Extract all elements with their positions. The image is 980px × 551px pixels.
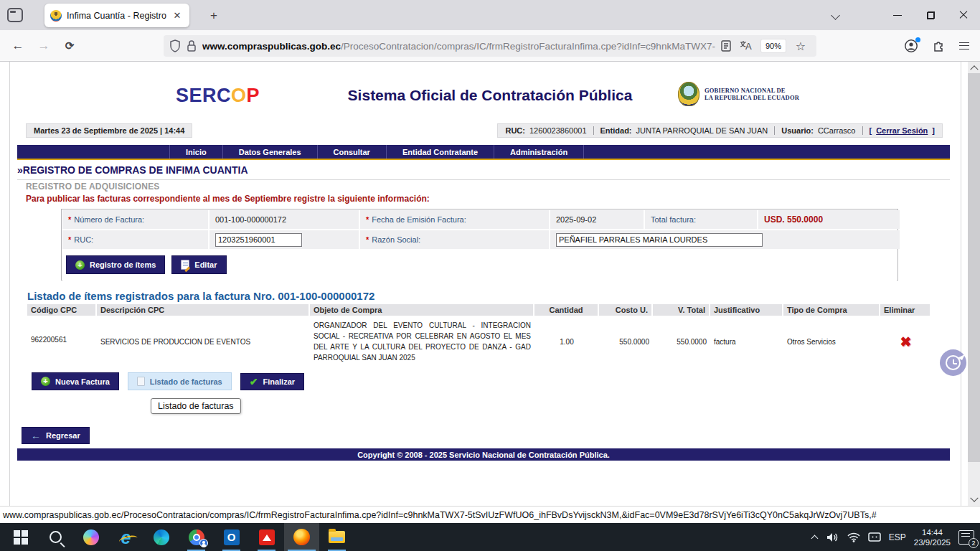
nav-datos-generales[interactable]: Datos Generales (222, 145, 317, 159)
required-marker: * (366, 235, 369, 244)
delete-item-icon[interactable] (900, 334, 912, 350)
account-alert-dot (915, 37, 920, 42)
numero-factura-value-cell: 001-100-000000172 (209, 210, 359, 229)
windows-start-icon (14, 530, 28, 545)
razon-social-input[interactable] (556, 233, 763, 247)
taskbar-copilot-button[interactable] (73, 523, 108, 551)
bookmark-star-icon[interactable] (793, 39, 808, 53)
regresar-label: Regresar (46, 431, 80, 440)
window-restore-button[interactable] (918, 6, 943, 24)
outlook-icon (224, 529, 240, 545)
new-tab-button[interactable] (205, 7, 222, 24)
tab-bar: Infima Cuantía - Registro (0, 0, 980, 30)
extensions-icon[interactable] (928, 37, 948, 55)
listado-facturas-tooltip: Listado de facturas (151, 398, 241, 414)
language-indicator[interactable]: ESP (889, 532, 906, 542)
cell-descripcion: SERVICIOS DE PRODUCCION DE EVENTOS (97, 316, 310, 367)
lock-icon[interactable] (186, 39, 197, 52)
tab-list-chevron-icon[interactable] (832, 12, 840, 20)
razon-label-cell: *Razón Social: (360, 230, 549, 249)
window-minimize-button[interactable] (885, 6, 910, 24)
screen-recorder-overlay-icon[interactable] (940, 349, 966, 376)
registro-items-button[interactable]: Registro de ítems (66, 255, 165, 274)
col-eliminar: Eliminar (880, 304, 931, 316)
nav-administracion[interactable]: Administración (494, 145, 584, 159)
taskbar-outlook-button[interactable] (214, 523, 249, 551)
page-footer: Copyright © 2008 - 2025 Servicio Naciona… (17, 448, 950, 461)
bracket-open: [ (870, 126, 872, 135)
total-value-cell: USD. 550.0000 (758, 210, 900, 229)
razon-social-label: Razón Social: (372, 235, 420, 244)
back-arrow-icon (31, 431, 41, 440)
nav-consultar[interactable]: Consultar (317, 145, 386, 159)
ruc-label: RUC: (505, 126, 525, 135)
nav-inicio[interactable]: Inicio (169, 145, 222, 159)
forward-button[interactable] (34, 37, 53, 55)
edit-icon (181, 260, 189, 270)
col-cantidad: Cantidad (534, 304, 599, 316)
translate-icon[interactable]: A (739, 39, 753, 53)
cell-eliminar (880, 316, 931, 367)
nueva-factura-button[interactable]: Nueva Factura (32, 372, 119, 390)
tray-expand-icon[interactable] (811, 534, 819, 541)
finalizar-button[interactable]: Finalizar (240, 373, 304, 390)
cell-justificativo[interactable]: factura (710, 316, 783, 367)
firefox-view-icon[interactable] (7, 8, 23, 22)
taskbar: ESP 14:44 23/9/2025 2 (0, 523, 980, 551)
tracking-shield-icon[interactable] (169, 39, 181, 52)
browser-tab[interactable]: Infima Cuantía - Registro (44, 4, 189, 27)
usuario-value: CCarrasco (818, 126, 856, 135)
svg-text:A: A (745, 41, 752, 52)
divider (593, 126, 594, 135)
ruc-label-cell: *RUC: (62, 230, 208, 249)
reader-view-icon[interactable] (719, 39, 733, 53)
clock[interactable]: 14:44 23/9/2025 (914, 527, 951, 547)
taskbar-firefox-button[interactable] (284, 523, 319, 551)
registro-items-label: Registro de ítems (90, 260, 156, 269)
chrome-profile-badge (199, 539, 208, 547)
wifi-icon[interactable] (847, 532, 860, 542)
plus-icon (41, 377, 50, 386)
zoom-level-badge[interactable]: 90% (760, 39, 786, 53)
scroll-down-arrow[interactable] (968, 494, 980, 506)
start-button[interactable] (3, 523, 38, 551)
fecha-label-cell: *Fecha de Emisión Factura: (360, 210, 549, 229)
col-objeto-compra: Objeto de Compra (310, 304, 534, 316)
tab-close-icon[interactable] (171, 10, 184, 21)
url-bar[interactable]: www.compraspublicas.gob.ec/ProcesoContra… (164, 35, 816, 57)
items-table: Código CPC Descripción CPC Objeto de Com… (27, 304, 931, 367)
listado-facturas-button[interactable]: Listado de facturas (128, 372, 232, 390)
connect-display-icon[interactable] (868, 532, 881, 542)
window-close-button[interactable] (951, 6, 976, 24)
page-scrollbar[interactable] (968, 62, 980, 506)
taskbar-acrobat-button[interactable] (249, 523, 284, 551)
taskbar-explorer-button[interactable] (319, 523, 354, 551)
volume-icon[interactable] (826, 532, 839, 543)
taskbar-search-button[interactable] (38, 523, 73, 551)
regresar-button[interactable]: Regresar (22, 427, 90, 444)
acrobat-icon (259, 529, 275, 545)
account-button[interactable] (901, 37, 921, 55)
back-button[interactable] (9, 37, 27, 55)
scroll-up-arrow[interactable] (968, 62, 980, 73)
logout-link[interactable]: Cerrar Sesión (876, 126, 928, 135)
status-url: www.compraspublicas.gob.ec/ProcesoContra… (3, 510, 877, 520)
taskbar-chrome-button[interactable] (179, 523, 214, 551)
datetime-bar: Martes 23 de Septiembre de 2025 | 14:44 (26, 123, 192, 138)
ruc-input[interactable] (215, 233, 302, 247)
ruc-value: 1260023860001 (529, 126, 587, 135)
taskbar-ie-button[interactable] (108, 523, 143, 551)
url-text[interactable]: www.compraspublicas.gob.ec/ProcesoContra… (202, 41, 716, 52)
scrollbar-thumb[interactable] (968, 73, 980, 462)
system-tray: ESP 14:44 23/9/2025 2 (811, 523, 980, 551)
menu-button[interactable] (954, 37, 974, 55)
taskbar-edge-button[interactable] (143, 523, 179, 551)
notification-center-button[interactable]: 2 (958, 530, 974, 545)
cell-costo: 550.0000 (599, 316, 653, 367)
editar-button[interactable]: Editar (171, 255, 226, 274)
col-v-total: V. Total (653, 304, 710, 316)
reload-button[interactable] (60, 37, 79, 55)
check-icon (250, 377, 258, 386)
nav-entidad-contratante[interactable]: Entidad Contratante (386, 145, 494, 159)
plus-icon (75, 260, 85, 270)
